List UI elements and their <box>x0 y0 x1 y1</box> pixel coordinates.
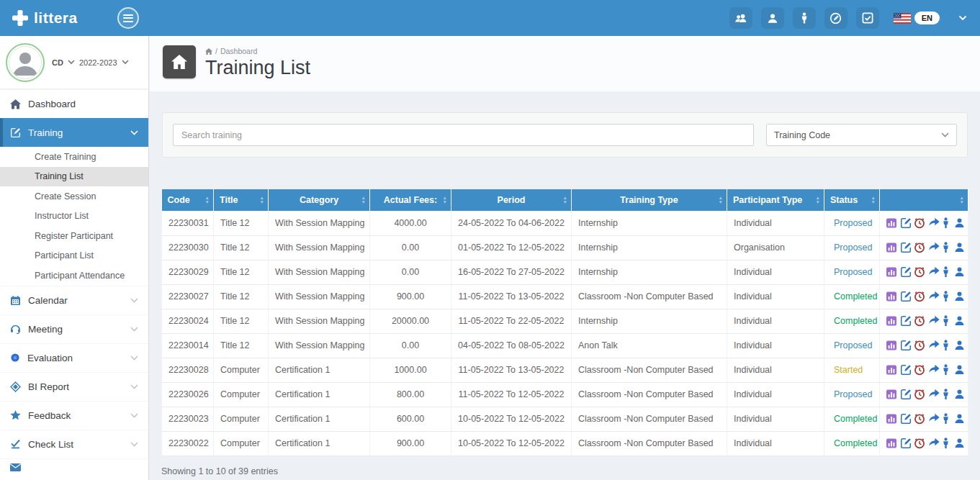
bar-chart-icon[interactable] <box>886 242 897 253</box>
user-icon[interactable] <box>954 389 965 400</box>
breadcrumb-dashboard-link[interactable]: Dashboard <box>220 47 257 55</box>
clock-icon[interactable] <box>914 242 925 253</box>
submenu-training-list[interactable]: Training List <box>0 167 148 187</box>
bar-chart-icon[interactable] <box>886 389 897 400</box>
user-dropdown-caret[interactable] <box>68 60 75 65</box>
user-icon[interactable] <box>954 291 965 302</box>
user-icon[interactable] <box>954 242 965 253</box>
edit-icon[interactable] <box>900 242 912 253</box>
bar-chart-icon[interactable] <box>886 413 897 425</box>
home-tile-button[interactable] <box>163 45 196 78</box>
language-switcher[interactable]: EN <box>894 12 940 24</box>
share-icon[interactable] <box>928 291 940 302</box>
edit-icon[interactable] <box>900 413 912 425</box>
users-group-button[interactable] <box>729 7 752 29</box>
person-icon[interactable] <box>942 217 952 229</box>
clock-icon[interactable] <box>914 340 925 351</box>
clock-icon[interactable] <box>914 291 925 302</box>
sort-icon[interactable]: ▲▼ <box>871 196 876 204</box>
clock-icon[interactable] <box>914 438 925 449</box>
home-icon-small[interactable] <box>205 48 212 55</box>
clock-icon[interactable] <box>914 389 925 400</box>
column-header-training-type[interactable]: Training Type▲▼ <box>572 189 727 211</box>
submenu-create-training[interactable]: Create Training <box>0 147 148 167</box>
person-icon[interactable] <box>942 340 952 351</box>
sidebar-item-meeting[interactable]: Meeting <box>0 314 148 343</box>
user-profile-button[interactable] <box>761 7 784 29</box>
submenu-register-participant[interactable]: Register Participant <box>0 226 148 246</box>
sidebar-item-calendar[interactable]: Calendar <box>0 286 148 314</box>
user-icon[interactable] <box>954 364 965 376</box>
edit-icon[interactable] <box>900 217 912 229</box>
sidebar-item-training[interactable]: Training <box>0 118 148 147</box>
share-icon[interactable] <box>928 438 940 449</box>
submenu-create-session[interactable]: Create Session <box>0 186 148 207</box>
sidebar-item-feedback[interactable]: Feedback <box>0 401 148 430</box>
column-header-actions[interactable]: ▲▼ <box>880 189 968 211</box>
sidebar-item-dashboard[interactable]: Dashboard <box>0 89 148 118</box>
share-icon[interactable] <box>928 413 940 425</box>
edit-icon[interactable] <box>900 291 912 302</box>
user-icon[interactable] <box>954 266 965 278</box>
sidebar-toggle-button[interactable] <box>117 7 139 29</box>
person-icon[interactable] <box>942 315 952 327</box>
avatar[interactable] <box>6 43 45 82</box>
sidebar-item-bi-report[interactable]: BI Report <box>0 372 148 401</box>
share-icon[interactable] <box>928 242 940 253</box>
person-icon[interactable] <box>942 389 952 400</box>
person-button[interactable] <box>793 7 816 29</box>
bar-chart-icon[interactable] <box>886 340 897 351</box>
sidebar-item-evaluation[interactable]: Evaluation <box>0 343 148 372</box>
filter-type-select[interactable]: Training Code <box>766 124 957 146</box>
person-icon[interactable] <box>942 266 952 278</box>
clock-icon[interactable] <box>914 413 925 425</box>
column-header-status[interactable]: Status▲▼ <box>824 189 880 211</box>
user-icon[interactable] <box>954 413 965 425</box>
edit-icon[interactable] <box>900 389 912 400</box>
column-header-actual-fees[interactable]: Actual Fees:▲▼ <box>370 189 451 211</box>
user-icon[interactable] <box>954 438 965 449</box>
navbar-dropdown-caret[interactable] <box>958 15 967 21</box>
sidebar-item-check-list[interactable]: Check List <box>0 430 148 458</box>
edit-icon[interactable] <box>900 340 912 351</box>
person-icon[interactable] <box>942 242 952 253</box>
share-icon[interactable] <box>928 217 940 229</box>
search-input[interactable] <box>173 124 754 146</box>
clock-icon[interactable] <box>914 217 925 229</box>
share-icon[interactable] <box>928 389 940 400</box>
bar-chart-icon[interactable] <box>886 217 897 229</box>
sort-icon[interactable]: ▲▼ <box>260 196 264 204</box>
sort-icon[interactable]: ▲▼ <box>960 196 964 204</box>
edit-icon[interactable] <box>900 266 912 278</box>
person-icon[interactable] <box>942 364 952 376</box>
column-header-period[interactable]: Period▲▼ <box>451 189 572 211</box>
user-icon[interactable] <box>954 340 965 351</box>
sort-icon[interactable]: ▲▼ <box>719 196 723 204</box>
sort-icon[interactable]: ▲▼ <box>443 196 447 204</box>
share-icon[interactable] <box>928 340 940 351</box>
edit-icon[interactable] <box>900 438 912 449</box>
sort-icon[interactable]: ▲▼ <box>816 196 820 204</box>
bar-chart-icon[interactable] <box>886 364 897 376</box>
sidebar-item-partial[interactable] <box>0 458 148 472</box>
user-icon[interactable] <box>954 315 965 327</box>
sort-icon[interactable]: ▲▼ <box>205 196 210 204</box>
submenu-instructor-list[interactable]: Instructor List <box>0 207 148 227</box>
year-dropdown-caret[interactable] <box>122 60 129 65</box>
person-icon[interactable] <box>942 291 952 302</box>
clock-icon[interactable] <box>914 364 925 376</box>
submenu-participant-attendance[interactable]: Participant Attendance <box>0 266 148 286</box>
bar-chart-icon[interactable] <box>886 438 897 449</box>
person-icon[interactable] <box>942 438 952 449</box>
edit-icon[interactable] <box>900 315 912 327</box>
bar-chart-icon[interactable] <box>886 315 897 327</box>
bar-chart-icon[interactable] <box>886 291 897 302</box>
sort-icon[interactable]: ▲▼ <box>361 196 366 204</box>
clock-icon[interactable] <box>914 315 925 327</box>
column-header-title[interactable]: Title▲▼ <box>214 189 269 211</box>
column-header-participant-type[interactable]: Participant Type▲▼ <box>727 189 824 211</box>
share-icon[interactable] <box>928 364 940 376</box>
share-icon[interactable] <box>928 266 940 278</box>
column-header-code[interactable]: Code▲▼ <box>162 189 214 211</box>
share-icon[interactable] <box>928 315 940 327</box>
